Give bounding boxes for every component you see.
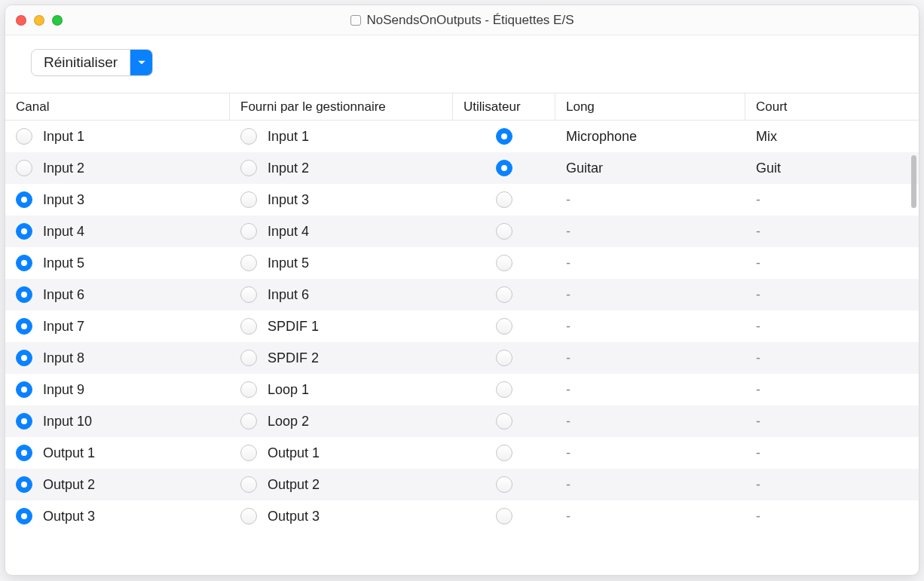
- radio-canal[interactable]: [16, 191, 32, 208]
- cell-long[interactable]: -: [555, 310, 745, 342]
- cell-long[interactable]: -: [555, 216, 745, 247]
- cell-court[interactable]: -: [745, 437, 902, 469]
- radio-fourni[interactable]: [240, 286, 257, 303]
- radio-utilisateur[interactable]: [496, 476, 512, 493]
- radio-fourni[interactable]: [240, 223, 257, 240]
- close-icon[interactable]: [16, 15, 26, 26]
- cell-court[interactable]: -: [745, 279, 902, 310]
- cell-utilisateur: [453, 216, 555, 247]
- cell-court[interactable]: Mix: [745, 121, 902, 152]
- col-fourni[interactable]: Fourni par le gestionnaire: [230, 93, 453, 120]
- cell-long[interactable]: -: [555, 405, 745, 437]
- radio-canal[interactable]: [16, 381, 32, 398]
- cell-fourni: Output 3: [230, 500, 453, 532]
- toolbar: Réinitialiser: [5, 35, 919, 93]
- cell-long[interactable]: -: [555, 469, 745, 500]
- cell-court[interactable]: -: [745, 469, 902, 500]
- radio-fourni[interactable]: [240, 413, 257, 430]
- window-controls: [5, 15, 63, 26]
- radio-utilisateur[interactable]: [496, 350, 512, 366]
- table-row: Input 3Input 3--: [5, 184, 919, 216]
- table-row: Input 2Input 2GuitarGuit: [5, 152, 919, 184]
- radio-utilisateur[interactable]: [496, 286, 512, 303]
- radio-canal[interactable]: [16, 160, 32, 176]
- cell-fourni: Loop 2: [230, 405, 453, 437]
- cell-long[interactable]: -: [555, 247, 745, 279]
- cell-utilisateur: [453, 437, 555, 469]
- radio-utilisateur[interactable]: [496, 318, 512, 335]
- col-utilisateur[interactable]: Utilisateur: [453, 93, 555, 120]
- radio-fourni[interactable]: [240, 255, 257, 271]
- cell-canal: Input 1: [5, 121, 230, 152]
- cell-long[interactable]: -: [555, 374, 745, 405]
- radio-canal[interactable]: [16, 508, 32, 524]
- radio-canal[interactable]: [16, 318, 32, 335]
- table-row: Output 3Output 3--: [5, 500, 919, 532]
- canal-label: Input 8: [43, 350, 84, 366]
- radio-utilisateur[interactable]: [496, 381, 512, 398]
- col-canal[interactable]: Canal: [5, 93, 230, 120]
- radio-fourni[interactable]: [240, 318, 257, 335]
- radio-canal[interactable]: [16, 255, 32, 271]
- cell-court[interactable]: -: [745, 216, 902, 247]
- cell-court[interactable]: -: [745, 405, 902, 437]
- radio-fourni[interactable]: [240, 381, 257, 398]
- radio-canal[interactable]: [16, 413, 32, 430]
- radio-fourni[interactable]: [240, 160, 257, 176]
- radio-fourni[interactable]: [240, 128, 257, 145]
- cell-long[interactable]: -: [555, 500, 745, 532]
- col-court[interactable]: Court: [745, 93, 902, 120]
- radio-canal[interactable]: [16, 445, 32, 461]
- cell-court[interactable]: -: [745, 342, 902, 374]
- radio-fourni[interactable]: [240, 191, 257, 208]
- cell-long[interactable]: Guitar: [555, 152, 745, 184]
- radio-utilisateur[interactable]: [496, 445, 512, 461]
- fourni-label: Input 6: [268, 287, 309, 303]
- cell-canal: Input 5: [5, 247, 230, 279]
- cell-fourni: Input 4: [230, 216, 453, 247]
- cell-court[interactable]: -: [745, 184, 902, 216]
- cell-court[interactable]: -: [745, 500, 902, 532]
- minimize-icon[interactable]: [34, 15, 44, 26]
- radio-utilisateur[interactable]: [496, 128, 512, 145]
- fourni-label: Input 5: [268, 255, 309, 271]
- cell-fourni: Input 3: [230, 184, 453, 216]
- radio-utilisateur[interactable]: [496, 255, 512, 271]
- cell-court[interactable]: -: [745, 374, 902, 405]
- radio-canal[interactable]: [16, 286, 32, 303]
- window-title-text: NoSendsOnOutputs - Étiquettes E/S: [367, 13, 574, 28]
- cell-long[interactable]: -: [555, 437, 745, 469]
- radio-canal[interactable]: [16, 128, 32, 145]
- cell-long[interactable]: Microphone: [555, 121, 745, 152]
- scrollbar-thumb[interactable]: [911, 155, 916, 208]
- cell-utilisateur: [453, 121, 555, 152]
- cell-long[interactable]: -: [555, 279, 745, 310]
- radio-utilisateur[interactable]: [496, 413, 512, 430]
- cell-long[interactable]: -: [555, 184, 745, 216]
- reset-button[interactable]: Réinitialiser: [31, 49, 153, 76]
- cell-utilisateur: [453, 247, 555, 279]
- cell-court[interactable]: -: [745, 310, 902, 342]
- cell-canal: Input 6: [5, 279, 230, 310]
- chevron-down-icon[interactable]: [130, 50, 152, 75]
- radio-canal[interactable]: [16, 476, 32, 493]
- cell-court[interactable]: Guit: [745, 152, 902, 184]
- canal-label: Output 1: [43, 445, 95, 461]
- radio-canal[interactable]: [16, 223, 32, 240]
- cell-long[interactable]: -: [555, 342, 745, 374]
- radio-utilisateur[interactable]: [496, 191, 512, 208]
- radio-fourni[interactable]: [240, 508, 257, 524]
- radio-fourni[interactable]: [240, 476, 257, 493]
- radio-fourni[interactable]: [240, 350, 257, 366]
- table-row: Input 9Loop 1--: [5, 374, 919, 405]
- radio-utilisateur[interactable]: [496, 508, 512, 524]
- radio-canal[interactable]: [16, 350, 32, 366]
- col-long[interactable]: Long: [555, 93, 745, 120]
- cell-court[interactable]: -: [745, 247, 902, 279]
- zoom-icon[interactable]: [52, 15, 63, 26]
- cell-fourni: Input 2: [230, 152, 453, 184]
- radio-utilisateur[interactable]: [496, 160, 512, 176]
- radio-utilisateur[interactable]: [496, 223, 512, 240]
- canal-label: Input 7: [43, 319, 84, 335]
- radio-fourni[interactable]: [240, 445, 257, 461]
